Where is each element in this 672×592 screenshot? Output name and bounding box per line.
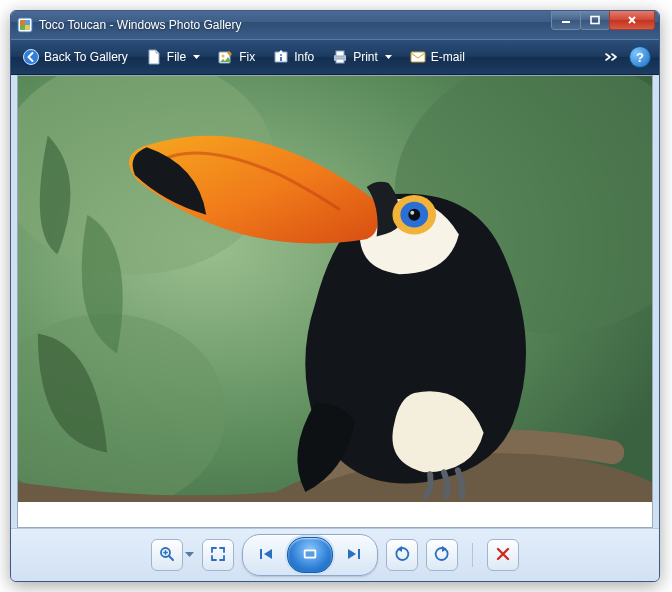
svg-point-9: [222, 55, 225, 58]
photo-viewport[interactable]: [17, 75, 653, 528]
delete-x-icon: [495, 546, 511, 565]
skip-back-icon: [259, 547, 275, 564]
help-icon: ?: [636, 50, 644, 65]
delete-button[interactable]: [487, 539, 519, 571]
svg-rect-30: [306, 551, 315, 556]
print-menu[interactable]: Print: [324, 46, 400, 68]
email-button[interactable]: E-mail: [402, 46, 473, 68]
svg-rect-6: [591, 17, 599, 24]
window-title: Toco Toucan - Windows Photo Gallery: [39, 18, 552, 32]
rotate-cw-icon: [434, 546, 450, 565]
viewer-controls: [11, 528, 659, 581]
photo-image: [18, 76, 652, 502]
svg-point-10: [280, 54, 282, 56]
titlebar: Toco Toucan - Windows Photo Gallery: [11, 11, 659, 39]
svg-rect-5: [562, 21, 570, 23]
app-window: Toco Toucan - Windows Photo Gallery Back…: [10, 10, 660, 582]
file-label: File: [167, 50, 186, 64]
window-controls: [552, 15, 655, 35]
info-button[interactable]: Info: [265, 46, 322, 68]
svg-point-7: [24, 50, 39, 65]
previous-button[interactable]: [247, 541, 287, 569]
svg-line-25: [169, 556, 173, 560]
back-label: Back To Gallery: [44, 50, 128, 64]
print-label: Print: [353, 50, 378, 64]
info-label: Info: [294, 50, 314, 64]
svg-rect-3: [20, 25, 25, 30]
divider: [472, 543, 473, 567]
svg-rect-31: [358, 549, 360, 559]
file-menu[interactable]: File: [138, 46, 208, 68]
chevron-down-icon: [385, 55, 392, 59]
rotate-cw-button[interactable]: [426, 539, 458, 571]
svg-point-23: [410, 211, 414, 215]
svg-point-22: [408, 209, 420, 221]
fix-icon: [218, 49, 234, 65]
skip-forward-icon: [345, 547, 361, 564]
slideshow-button[interactable]: [287, 537, 333, 573]
slideshow-icon: [302, 547, 318, 564]
svg-rect-14: [336, 59, 344, 63]
info-icon: [273, 49, 289, 65]
email-icon: [410, 49, 426, 65]
print-icon: [332, 49, 348, 65]
rotate-ccw-icon: [394, 546, 410, 565]
toolbar: Back To Gallery File Fix Info Pri: [11, 39, 659, 75]
svg-rect-2: [25, 20, 30, 25]
back-arrow-icon: [23, 49, 39, 65]
rotate-ccw-button[interactable]: [386, 539, 418, 571]
minimize-button[interactable]: [551, 10, 581, 30]
svg-rect-15: [411, 52, 425, 62]
email-label: E-mail: [431, 50, 465, 64]
help-button[interactable]: ?: [629, 46, 651, 68]
fit-icon: [210, 546, 226, 565]
app-icon: [17, 17, 33, 33]
magnifier-icon: [159, 546, 175, 565]
file-icon: [146, 49, 162, 65]
toolbar-overflow-button[interactable]: [601, 52, 623, 62]
close-button[interactable]: [609, 10, 655, 30]
svg-rect-13: [336, 51, 344, 56]
fix-button[interactable]: Fix: [210, 46, 263, 68]
chevron-down-icon[interactable]: [185, 552, 194, 558]
maximize-button[interactable]: [580, 10, 610, 30]
back-to-gallery-button[interactable]: Back To Gallery: [15, 46, 136, 68]
navigation-group: [242, 534, 378, 576]
svg-rect-11: [280, 57, 282, 61]
svg-rect-28: [260, 549, 262, 559]
next-button[interactable]: [333, 541, 373, 569]
actual-size-button[interactable]: [202, 539, 234, 571]
svg-rect-1: [20, 20, 25, 25]
svg-rect-4: [25, 25, 30, 30]
chevron-down-icon: [193, 55, 200, 59]
zoom-button[interactable]: [151, 539, 183, 571]
fix-label: Fix: [239, 50, 255, 64]
